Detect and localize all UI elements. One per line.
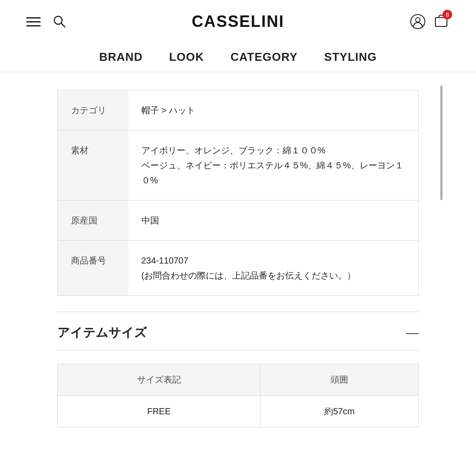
bottom-divider [57, 350, 419, 350]
nav-item-look[interactable]: LOOK [169, 50, 204, 64]
size-section-title: アイテムサイズ [57, 324, 147, 341]
main-nav: BRAND LOOK CATEGORY STYLING [0, 40, 476, 72]
header: CASSELINI 0 [0, 0, 476, 40]
size-header-label: サイズ表記 [58, 364, 260, 396]
table-row-origin: 原産国 中国 [58, 201, 419, 241]
cart-wrapper[interactable]: 0 [433, 12, 450, 31]
size-table-row: FREE 約57cm [58, 396, 419, 428]
size-section-header: アイテムサイズ — [57, 312, 419, 350]
scrollbar[interactable] [440, 86, 443, 200]
value-product-number: 234-110707(お問合わせの際には、上記品番をお伝えください。） [128, 241, 419, 296]
label-material: 素材 [58, 130, 128, 201]
nav-item-category[interactable]: CATEGORY [231, 50, 298, 64]
hamburger-icon[interactable] [26, 17, 41, 26]
size-table: サイズ表記 頭囲 FREE 約57cm [57, 364, 419, 428]
value-origin: 中国 [128, 201, 419, 241]
account-icon[interactable] [410, 14, 426, 30]
main-content: カテゴリ 帽子 > ハット 素材 アイボリー、オレンジ、ブラック：綿１００%ベー… [0, 72, 476, 428]
label-product-number: 商品番号 [58, 241, 128, 296]
header-right: 0 [410, 12, 450, 31]
table-row-product-number: 商品番号 234-110707(お問合わせの際には、上記品番をお伝えください。） [58, 241, 419, 296]
size-value-circumference: 約57cm [260, 396, 419, 428]
size-section-toggle[interactable]: — [406, 326, 419, 340]
size-table-header-row: サイズ表記 頭囲 [58, 364, 419, 396]
svg-line-1 [61, 23, 65, 27]
detail-table: カテゴリ 帽子 > ハット 素材 アイボリー、オレンジ、ブラック：綿１００%ベー… [57, 90, 419, 296]
size-value-label: FREE [58, 396, 260, 428]
header-left [26, 15, 66, 28]
table-row-category: カテゴリ 帽子 > ハット [58, 90, 419, 130]
table-row-material: 素材 アイボリー、オレンジ、ブラック：綿１００%ベージュ、ネイビー：ポリエステル… [58, 130, 419, 201]
cart-badge: 0 [443, 10, 452, 19]
label-origin: 原産国 [58, 201, 128, 241]
size-header-circumference: 頭囲 [260, 364, 419, 396]
value-category: 帽子 > ハット [128, 90, 419, 130]
svg-point-3 [416, 18, 420, 22]
value-material: アイボリー、オレンジ、ブラック：綿１００%ベージュ、ネイビー：ポリエステル４５%… [128, 130, 419, 201]
search-icon[interactable] [53, 15, 66, 28]
site-logo[interactable]: CASSELINI [66, 12, 410, 31]
label-category: カテゴリ [58, 90, 128, 130]
nav-item-brand[interactable]: BRAND [99, 50, 143, 64]
nav-item-styling[interactable]: STYLING [324, 50, 377, 64]
